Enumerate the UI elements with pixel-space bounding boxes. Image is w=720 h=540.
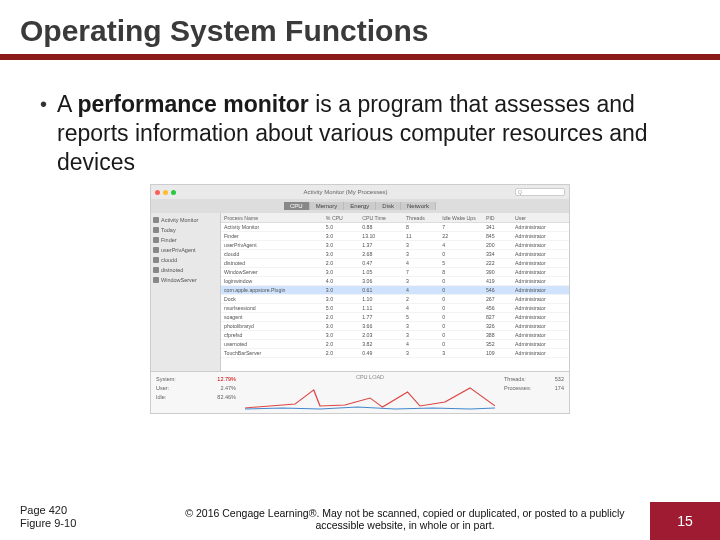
zoom-icon [171, 190, 176, 195]
table-row: distnoted2.00.4745222Administrator [221, 259, 569, 268]
close-icon [155, 190, 160, 195]
bullet-text: A performance monitor is a program that … [57, 90, 680, 176]
slide-title: Operating System Functions [20, 14, 700, 48]
table-row: loginwindow4.03.0630419Administrator [221, 277, 569, 286]
table-row: userPrivAgent3.01.3734200Administrator [221, 241, 569, 250]
slide-number: 15 [650, 502, 720, 540]
tab-cpu: CPU [284, 202, 310, 210]
table-row: Finder3.013.101122845Administrator [221, 232, 569, 241]
table-row: TouchBarServer2.00.4933109Administrator [221, 349, 569, 358]
copyright-text: © 2016 Cengage Learning®. May not be sca… [160, 507, 650, 540]
page-reference: Page 420 Figure 9-10 [0, 504, 160, 540]
table-row: Activity Monitor5.00.8887341Administrato… [221, 223, 569, 232]
sidebar: Activity Monitor Today Finder userPrivAg… [151, 213, 221, 371]
tab-energy: Energy [344, 202, 376, 210]
table-row: cfprefsd3.02.0330388Administrator [221, 331, 569, 340]
tab-memory: Memory [310, 202, 345, 210]
bullet-item: • A performance monitor is a program tha… [40, 90, 680, 176]
table-row: soagent2.01.7750827Administrator [221, 313, 569, 322]
table-row: photolibraryd3.03.6630326Administrator [221, 322, 569, 331]
table-row: usernoted2.03.8240352Administrator [221, 340, 569, 349]
window-titlebar: Activity Monitor (My Processes) Q [151, 185, 569, 199]
summary-bar: System:12.79% User:2.47% Idle:82.46% CPU… [151, 371, 569, 414]
process-table: Process Name % CPU CPU Time Threads Idle… [221, 213, 569, 371]
tab-bar: CPU Memory Energy Disk Network [151, 199, 569, 213]
minimize-icon [163, 190, 168, 195]
table-row: Dock3.01.1020267Administrator [221, 295, 569, 304]
table-row: WindowServer3.01.0578390Administrator [221, 268, 569, 277]
activity-monitor-screenshot: Activity Monitor (My Processes) Q CPU Me… [150, 184, 570, 414]
table-row: nsurlsessiond5.01.1140456Administrator [221, 304, 569, 313]
window-title: Activity Monitor (My Processes) [179, 189, 512, 195]
bullet-marker: • [40, 94, 47, 114]
cpu-load-graph: CPU LOAD [241, 372, 499, 414]
search-input: Q [515, 188, 565, 196]
table-row: cloudd3.02.6830334Administrator [221, 250, 569, 259]
tab-disk: Disk [376, 202, 401, 210]
table-row: com.apple.appstore.Plugin3.00.6140546Adm… [221, 286, 569, 295]
tab-network: Network [401, 202, 436, 210]
